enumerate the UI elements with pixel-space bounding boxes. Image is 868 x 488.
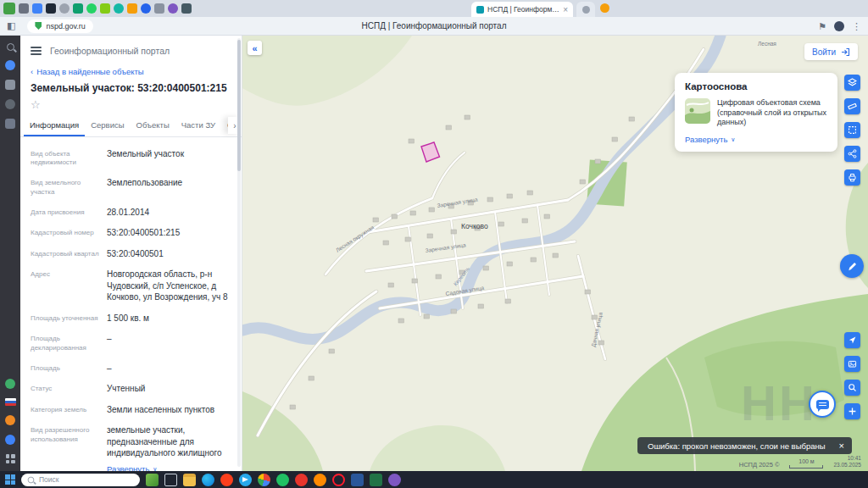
sidebar-app-icon[interactable] [5, 60, 15, 70]
portal-title: Геоинформационный портал [50, 46, 170, 56]
taskbar-excel-icon[interactable] [370, 474, 382, 486]
active-tab[interactable]: НСПД | Геоинформационный портал × [471, 2, 573, 17]
field-value: Учтенный [107, 383, 145, 395]
pinned-tab[interactable] [154, 3, 164, 14]
sidebar-app-icon[interactable] [5, 435, 15, 445]
tab-information[interactable]: Информация [24, 114, 85, 136]
browser-apps-icon[interactable] [3, 3, 15, 14]
toolbar-right: ⚑ ⋮ [818, 17, 861, 36]
sidebar-app-icon[interactable] [5, 415, 15, 425]
flag-icon[interactable] [5, 398, 16, 406]
bookmark-icon[interactable]: ⚑ [818, 21, 826, 32]
sidebar-app-icon[interactable] [5, 379, 15, 389]
taskbar-yandex-icon[interactable] [220, 474, 233, 486]
taskbar-app-icon[interactable] [314, 474, 326, 486]
scale-label: 100 м [798, 458, 814, 464]
menu-icon[interactable]: ⋮ [852, 21, 861, 32]
map-footer: НСПД 2025 © 100 м 10:41 23.05.2025 [739, 455, 861, 469]
scale-bar [789, 465, 823, 469]
locate-button[interactable] [844, 332, 860, 348]
clock-date: 23.05.2025 [833, 462, 861, 469]
taskbar-telegram-icon[interactable] [239, 474, 252, 486]
sidebar-app-icon[interactable] [5, 80, 15, 90]
hamburger-menu-icon[interactable] [31, 47, 42, 55]
sidebar-app-icon[interactable] [5, 119, 15, 129]
basemap-card-title: Картооснова [685, 81, 827, 92]
browser-sidebar [0, 36, 20, 471]
taskbar-word-icon[interactable] [351, 474, 364, 486]
pinned-tab[interactable] [100, 3, 110, 14]
start-button[interactable] [5, 474, 15, 485]
taskbar-taskview-icon[interactable] [164, 474, 177, 486]
tab-services[interactable]: Сервисы [85, 114, 130, 136]
layers-button[interactable] [844, 75, 860, 91]
map-viewport[interactable]: Кочково Заречная улица Заречная улица Са… [242, 36, 868, 471]
field-row: Кадастровый квартал53:20:0400501 [31, 243, 231, 264]
back-link[interactable]: ‹ Назад в найденные объекты [20, 59, 242, 78]
expand-link[interactable]: Развернуть ∨ [107, 464, 231, 471]
chevron-down-icon: ∨ [731, 136, 735, 143]
field-label: Дата присвоения [31, 207, 100, 218]
fields-list: Вид объекта недвижимостиЗемельный участо… [20, 137, 242, 471]
pinned-tab[interactable] [141, 3, 151, 14]
pinned-tab[interactable] [181, 3, 192, 14]
print-button[interactable] [844, 169, 860, 186]
basemap-expand-link[interactable]: Развернуть ∨ [685, 135, 827, 144]
login-button[interactable]: Войти [804, 43, 858, 60]
pinned-tab[interactable] [86, 3, 97, 14]
panel-scrollbar-thumb[interactable] [237, 40, 241, 171]
taskbar-whatsapp-icon[interactable] [276, 474, 289, 486]
ruler-button[interactable] [844, 98, 860, 114]
taskbar-search[interactable] [21, 474, 140, 486]
background-tab[interactable] [576, 2, 595, 17]
search-area-button[interactable] [844, 380, 860, 396]
pinned-tab[interactable] [127, 3, 137, 14]
pinned-tab[interactable] [600, 3, 609, 13]
error-toast: Ошибка: прокол невозможен, слои не выбра… [637, 437, 852, 454]
taskbar-opera-icon[interactable] [332, 474, 345, 486]
sidebar-toggle-icon[interactable]: ◧ [7, 20, 15, 31]
tab-objects[interactable]: Объекты [131, 114, 175, 136]
measure-area-button[interactable] [844, 122, 860, 138]
taskbar-app-icon[interactable] [388, 474, 401, 486]
basemap-card: Картооснова Цифровая объектовая схема (с… [675, 73, 837, 152]
taskbar-chrome-icon[interactable] [258, 474, 270, 486]
object-info-panel: Геоинформационный портал ‹ Назад в найде… [20, 36, 242, 471]
toast-close-icon[interactable]: × [839, 441, 844, 451]
field-value: 1 500 кв. м [107, 313, 149, 324]
panel-header: Геоинформационный портал [20, 36, 242, 59]
page-title: Земельный участок: 53:20:0400501:215 [20, 78, 242, 97]
profile-avatar[interactable] [834, 21, 844, 31]
share-button[interactable] [844, 146, 860, 162]
pinned-tab[interactable] [59, 3, 70, 14]
chat-button[interactable] [809, 391, 836, 418]
taskbar-plant-icon[interactable] [146, 474, 159, 486]
panel-collapse-button[interactable]: « [248, 41, 262, 55]
taskbar-edge-icon[interactable] [202, 474, 214, 486]
pinned-tab[interactable] [19, 3, 29, 14]
login-label: Войти [812, 47, 836, 57]
pinned-tab[interactable] [73, 3, 83, 14]
address-bar[interactable]: nspd.gov.ru [27, 19, 92, 33]
field-label: Кадастровый квартал [31, 248, 100, 259]
taskbar-app-icon[interactable] [295, 474, 308, 486]
tab-parts[interactable]: Части ЗУ [175, 114, 221, 136]
field-value: – [107, 333, 112, 345]
search-icon[interactable] [7, 43, 14, 51]
favorite-star-icon[interactable]: ☆ [20, 97, 242, 111]
browser-toolbar: ◧ nspd.gov.ru НСПД | Геоинформационный п… [0, 17, 868, 36]
field-value: Земельный участок [107, 148, 184, 160]
apps-grid-icon[interactable] [6, 454, 15, 463]
pinned-tab[interactable] [32, 3, 42, 14]
pinned-tab[interactable] [46, 3, 56, 14]
sidebar-app-icon[interactable] [5, 99, 15, 109]
screenshot-button[interactable] [844, 356, 860, 372]
taskbar-explorer-icon[interactable] [183, 474, 196, 486]
pinned-tab[interactable] [114, 3, 124, 14]
tab-close-icon[interactable]: × [563, 5, 568, 14]
search-input[interactable] [39, 475, 124, 484]
zoom-in-button[interactable] [844, 403, 860, 419]
basemap-thumbnail [685, 98, 710, 124]
draw-button[interactable] [840, 254, 864, 278]
pinned-tab[interactable] [168, 3, 178, 14]
